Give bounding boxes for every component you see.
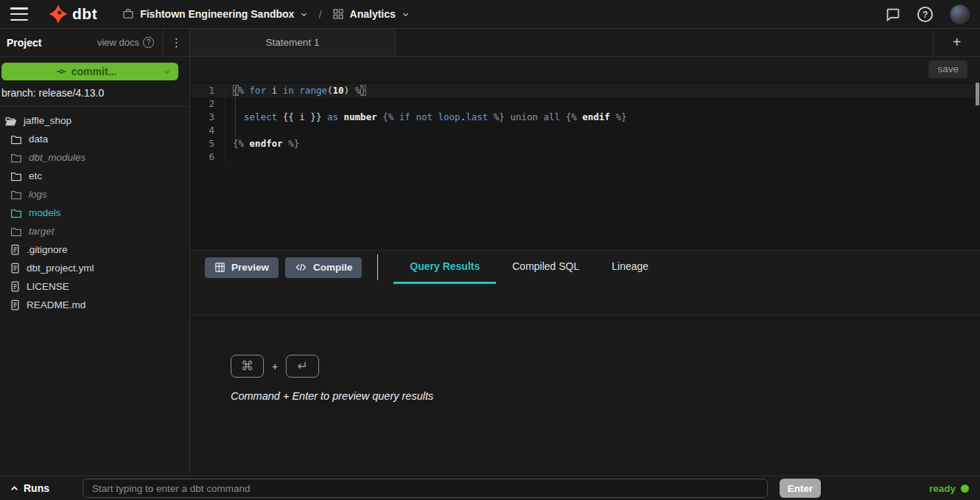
enter-button[interactable]: Enter bbox=[780, 479, 821, 498]
line-number: 1 bbox=[190, 84, 225, 97]
git-commit-icon bbox=[55, 66, 68, 77]
folder-icon bbox=[10, 208, 22, 218]
editor-tab-bar: Statement 1 + bbox=[190, 29, 980, 57]
branch-label: branch: release/4.13.0 bbox=[0, 80, 189, 107]
code-line-text bbox=[225, 124, 233, 137]
tree-item-label: jaffle_shop bbox=[24, 115, 71, 126]
status-dot-icon bbox=[961, 485, 969, 493]
runs-label: Runs bbox=[24, 482, 49, 494]
topbar-actions: ? bbox=[885, 4, 970, 24]
line-number: 5 bbox=[190, 137, 225, 150]
line-number: 2 bbox=[190, 97, 225, 111]
folder-open-icon bbox=[4, 116, 17, 126]
code-line-text: {% for i in range(10) %} bbox=[225, 84, 366, 97]
tree-item-label: etc bbox=[29, 170, 42, 181]
tree-item-dbt-project-yml[interactable]: dbt_project.yml bbox=[0, 259, 189, 277]
results-toolbar: Preview Compile Query ResultsCompiled SQ… bbox=[190, 250, 980, 284]
tree-item-label: README.md bbox=[27, 299, 85, 310]
main-area: Project view docs ? ⋮ commit... branch: … bbox=[0, 29, 980, 476]
folder-icon bbox=[10, 153, 22, 163]
chevron-down-icon bbox=[300, 10, 308, 18]
tree-item-dbt-modules[interactable]: dbt_modules bbox=[0, 148, 189, 167]
code-line-3[interactable]: 3 select {{ i }} as number {% if not loo… bbox=[190, 111, 980, 124]
enter-key-icon: ↵ bbox=[286, 355, 319, 378]
kebab-menu-icon[interactable]: ⋮ bbox=[163, 29, 189, 57]
results-tab-query-results[interactable]: Query Results bbox=[393, 251, 496, 284]
tree-item-data[interactable]: data bbox=[0, 130, 189, 148]
folder-icon bbox=[10, 226, 22, 237]
code-icon bbox=[295, 262, 307, 273]
code-line-4[interactable]: 4 bbox=[190, 124, 980, 137]
folder-icon bbox=[10, 171, 22, 181]
dbt-wordmark: dbt bbox=[72, 5, 97, 23]
tree-item-label: dbt_project.yml bbox=[27, 263, 94, 274]
tree-item-logs[interactable]: logs bbox=[0, 185, 189, 204]
dbt-logo: dbt bbox=[49, 4, 97, 24]
results-tabs: Query ResultsCompiled SQLLineage bbox=[393, 251, 665, 284]
tab-statement-1[interactable]: Statement 1 bbox=[190, 29, 396, 56]
editor-scrollbar[interactable] bbox=[976, 83, 979, 105]
top-bar: dbt Fishtown Engineering Sandbox / Analy… bbox=[0, 0, 980, 29]
shortcut-hint-text: Command + Enter to preview query results bbox=[231, 390, 433, 402]
command-key-icon: ⌘ bbox=[231, 355, 264, 378]
code-line-5[interactable]: 5{% endfor %} bbox=[190, 137, 980, 150]
tree-item--gitignore[interactable]: .gitignore bbox=[0, 240, 189, 259]
view-docs-label: view docs bbox=[97, 37, 139, 48]
tree-item-license[interactable]: LICENSE bbox=[0, 277, 189, 296]
account-selector[interactable]: Fishtown Engineering Sandbox bbox=[122, 8, 308, 20]
user-avatar[interactable] bbox=[950, 4, 970, 24]
account-name: Fishtown Engineering Sandbox bbox=[140, 8, 294, 20]
tree-item-etc[interactable]: etc bbox=[0, 167, 189, 185]
tree-item-target[interactable]: target bbox=[0, 222, 189, 240]
tree-item-label: .gitignore bbox=[27, 244, 68, 255]
preview-button[interactable]: Preview bbox=[205, 257, 279, 278]
sidebar-title: Project bbox=[7, 37, 41, 49]
compile-button[interactable]: Compile bbox=[285, 257, 362, 278]
plus-separator: + bbox=[272, 361, 278, 372]
code-line-1[interactable]: 1{% for i in range(10) %} bbox=[190, 84, 980, 97]
grid-icon bbox=[332, 8, 344, 20]
tree-item-readme-md[interactable]: README.md bbox=[0, 296, 189, 314]
chat-icon[interactable] bbox=[885, 7, 900, 22]
shortcut-keys: ⌘+↵ bbox=[231, 355, 433, 378]
sidebar-header: Project view docs ? ⋮ bbox=[0, 29, 189, 57]
briefcase-icon bbox=[122, 8, 134, 20]
code-line-2[interactable]: 2 bbox=[190, 97, 980, 111]
chevron-down-icon bbox=[163, 68, 171, 76]
save-button[interactable]: save bbox=[928, 60, 967, 78]
file-tree: jaffle_shopdatadbt_modulesetclogsmodelst… bbox=[0, 107, 189, 314]
code-line-text bbox=[225, 97, 233, 111]
runs-toggle[interactable]: Runs bbox=[10, 482, 83, 494]
chevron-up-icon bbox=[10, 484, 19, 493]
tab-bar-spacer bbox=[396, 29, 933, 56]
commit-button[interactable]: commit... bbox=[1, 63, 178, 80]
dbt-cloud-ide: dbt Fishtown Engineering Sandbox / Analy… bbox=[0, 0, 980, 500]
results-content: ⌘+↵ Command + Enter to preview query res… bbox=[190, 316, 980, 476]
command-bar: Runs Enter ready bbox=[0, 476, 980, 500]
view-docs-link[interactable]: view docs ? bbox=[97, 37, 163, 48]
code-line-6[interactable]: 6 bbox=[190, 150, 980, 164]
results-tab-lineage[interactable]: Lineage bbox=[595, 251, 665, 284]
code-editor[interactable]: 1{% for i in range(10) %}23 select {{ i … bbox=[190, 81, 980, 250]
tree-item-models[interactable]: models bbox=[0, 204, 189, 222]
file-icon bbox=[10, 299, 20, 310]
compile-label: Compile bbox=[313, 262, 352, 273]
project-selector[interactable]: Analytics bbox=[332, 8, 410, 20]
help-circle-icon: ? bbox=[143, 37, 154, 48]
shortcut-hint: ⌘+↵ Command + Enter to preview query res… bbox=[231, 355, 433, 402]
table-icon bbox=[214, 262, 225, 273]
line-number: 4 bbox=[190, 124, 225, 137]
toolbar-divider bbox=[377, 254, 378, 280]
status-indicator: ready bbox=[929, 483, 970, 494]
help-icon[interactable]: ? bbox=[917, 6, 934, 23]
results-tab-compiled-sql[interactable]: Compiled SQL bbox=[496, 251, 595, 284]
hamburger-menu-icon[interactable] bbox=[10, 7, 28, 21]
indent-guide bbox=[235, 97, 236, 139]
tree-item-jaffle-shop[interactable]: jaffle_shop bbox=[0, 111, 189, 130]
dbt-command-input[interactable] bbox=[83, 479, 768, 498]
folder-icon bbox=[10, 134, 22, 145]
new-tab-button[interactable]: + bbox=[933, 29, 980, 56]
tree-item-label: dbt_modules bbox=[29, 152, 85, 163]
file-icon bbox=[10, 263, 20, 274]
code-line-text bbox=[225, 150, 233, 164]
